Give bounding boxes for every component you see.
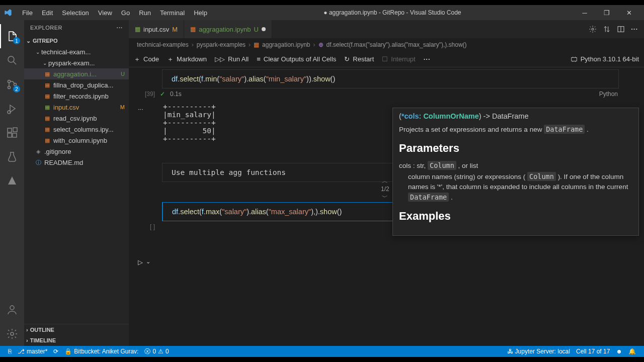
cell-menu-chevron-icon[interactable]: ⌄ [146, 258, 150, 266]
status-sync-icon[interactable]: ⟳ [50, 348, 61, 355]
menu-selection[interactable]: Selection [58, 7, 93, 19]
status-cell[interactable]: Cell 17 of 17 [573, 348, 613, 355]
notebook-file-icon: ▦ [43, 114, 51, 122]
tree-file-readme[interactable]: ⓘ README.md [24, 157, 129, 168]
activity-azure-icon[interactable] [0, 169, 24, 193]
signature-line: (*cols: ColumnOrName) -> DataFrame [393, 108, 638, 124]
window-maximize-icon[interactable]: ❐ [596, 5, 618, 20]
tree-file-readcsv[interactable]: ▦ read_csv.ipynb [24, 113, 129, 124]
svg-rect-5 [8, 128, 12, 132]
status-branch[interactable]: ⎇ master* [15, 348, 50, 355]
explorer-badge: 1 [13, 37, 20, 44]
svg-point-11 [592, 28, 594, 30]
interrupt-button[interactable]: ☐ Interrupt [382, 55, 415, 63]
chevron-down-icon[interactable]: ﹀ [381, 193, 389, 201]
notebook-file-icon: ▦ [43, 136, 51, 144]
window-close-icon[interactable]: ✕ [618, 5, 640, 20]
code-cell[interactable]: df.select(f.min("salary").alias("min_sal… [162, 69, 619, 88]
add-markdown-button[interactable]: ＋ Markdown [167, 55, 207, 64]
kernel-picker[interactable]: Python 3.10.1 64-bit [571, 55, 639, 63]
notebook-file-icon: ▦ [43, 81, 51, 89]
editor-area: ▦ input.csv M ▦ aggragation.ipynb U ··· [129, 20, 644, 346]
status-jupyter[interactable]: 🖧 Jupyter Server: local [504, 348, 573, 355]
notebook-file-icon: ▦ [43, 70, 51, 78]
tree-folder-technical[interactable]: ⌄technical-exam... [24, 46, 129, 57]
status-remote-icon[interactable]: ⎘ [5, 348, 15, 355]
menu-run[interactable]: Run [135, 7, 155, 19]
timeline-section[interactable]: ›TIMELINE [24, 335, 129, 346]
activity-account-icon[interactable] [0, 298, 24, 322]
tab-aggragation[interactable]: ▦ aggragation.ipynb U [184, 20, 272, 38]
status-problems[interactable]: ⓧ 0 ⚠ 0 [141, 347, 172, 356]
clear-outputs-button[interactable]: ≡ Clear Outputs of All Cells [257, 55, 336, 63]
run-all-button[interactable]: ▷▷ Run All [215, 55, 249, 63]
svg-point-1 [8, 80, 11, 83]
collapse-output-icon[interactable]: ··· [138, 105, 143, 113]
tree-folder-pyspark[interactable]: ⌄pyspark-exam... [24, 57, 129, 68]
tree-file-with-column[interactable]: ▦ with_column.ipynb [24, 135, 129, 146]
toolbar-more-icon[interactable]: ··· [424, 55, 431, 63]
activity-settings-icon[interactable] [0, 322, 24, 346]
notebook-body[interactable]: df.select(f.min("salary").alias("min_sal… [129, 67, 644, 346]
tree-file-input-csv[interactable]: ▦ input.csvM [24, 102, 129, 113]
activity-search-icon[interactable] [0, 48, 24, 72]
cell-language-picker[interactable]: Python [599, 90, 618, 98]
sidebar-more-icon[interactable]: ··· [117, 25, 123, 31]
outline-section[interactable]: ›OUTLINE [24, 324, 129, 335]
signature-description: Projects a set of expressions and return… [393, 124, 638, 235]
status-bitbucket[interactable]: 🔒 Bitbucket: Aniket Gurav: [61, 348, 141, 355]
breadcrumb[interactable]: technical-examples› pyspark-examples› ▦a… [129, 38, 644, 51]
menu-edit[interactable]: Edit [38, 7, 57, 19]
tree-file-gitignore[interactable]: ◈ .gitignore [24, 146, 129, 157]
dirty-indicator-icon [262, 27, 266, 31]
menu-file[interactable]: File [18, 7, 37, 19]
menu-go[interactable]: Go [117, 7, 134, 19]
info-file-icon: ⓘ [34, 158, 42, 166]
notebook-file-icon: ▦ [190, 26, 196, 33]
tree-file-filter[interactable]: ▦ filter_records.ipynb [24, 90, 129, 102]
activity-extensions-icon[interactable] [0, 121, 24, 145]
sidebar-header: EXPLORER ··· [24, 20, 129, 35]
menu-view[interactable]: View [94, 7, 116, 19]
gitignore-file-icon: ◈ [34, 147, 42, 155]
status-feedback-icon[interactable]: ☻ [613, 348, 625, 355]
tree-file-aggragation[interactable]: ▦ aggragation.i...U [24, 68, 129, 79]
tab-input-csv[interactable]: ▦ input.csv M [129, 20, 184, 38]
add-code-button[interactable]: ＋ Code [134, 55, 159, 64]
main-menu: File Edit Selection View Go Run Terminal… [18, 7, 211, 19]
tree-file-fillna[interactable]: ▦ fillna_drop_duplica... [24, 79, 129, 90]
status-bar: ⎘ ⎇ master* ⟳ 🔒 Bitbucket: Aniket Gurav:… [0, 346, 644, 357]
run-cell-icon[interactable]: ▷ [138, 258, 143, 266]
sighelp-pager[interactable]: ︿ 1/2 ﹀ [381, 177, 389, 201]
svg-rect-13 [571, 57, 577, 61]
activity-explorer-icon[interactable]: 1 [0, 24, 24, 48]
svg-point-2 [8, 86, 11, 89]
cell-status: [39] ✓ 0.1s Python [162, 88, 619, 100]
window-minimize-icon[interactable]: ─ [574, 5, 596, 20]
activity-bar: 1 2 [0, 20, 24, 346]
activity-git-icon[interactable]: 2 [0, 72, 24, 97]
status-bell-icon[interactable]: 🔔 [625, 348, 639, 355]
notebook-file-icon: ▦ [43, 125, 51, 133]
restart-button[interactable]: ↻ Restart [344, 55, 374, 63]
signature-help-popup: ︿ 1/2 ﹀ (*cols: ColumnOrName) -> DataFra… [392, 108, 639, 236]
chevron-up-icon[interactable]: ︿ [381, 177, 389, 185]
diff-icon[interactable] [603, 25, 611, 33]
editor-more-icon[interactable]: ··· [631, 25, 638, 33]
file-tree: ⌄technical-exam... ⌄pyspark-exam... ▦ ag… [24, 46, 129, 324]
svg-rect-8 [13, 128, 17, 132]
title-bar: File Edit Selection View Go Run Terminal… [0, 5, 644, 20]
activity-debug-icon[interactable] [0, 97, 24, 121]
cell-success-icon: ✓ [160, 90, 165, 98]
tree-file-select-cols[interactable]: ▦ select_columns.ipy... [24, 124, 129, 135]
activity-testing-icon[interactable] [0, 145, 24, 169]
menu-terminal[interactable]: Terminal [156, 7, 189, 19]
notebook-toolbar: ＋ Code ＋ Markdown ▷▷ Run All ≡ Clear Out… [129, 51, 644, 67]
kernel-settings-icon[interactable] [589, 25, 597, 33]
split-editor-icon[interactable] [617, 25, 625, 33]
notebook-file-icon: ▦ [43, 92, 51, 100]
csv-file-icon: ▦ [43, 103, 51, 111]
menu-help[interactable]: Help [190, 7, 211, 19]
sidebar: EXPLORER ··· ⌄GITREPO ⌄technical-exam...… [24, 20, 129, 346]
repo-section[interactable]: ⌄GITREPO [24, 35, 129, 46]
